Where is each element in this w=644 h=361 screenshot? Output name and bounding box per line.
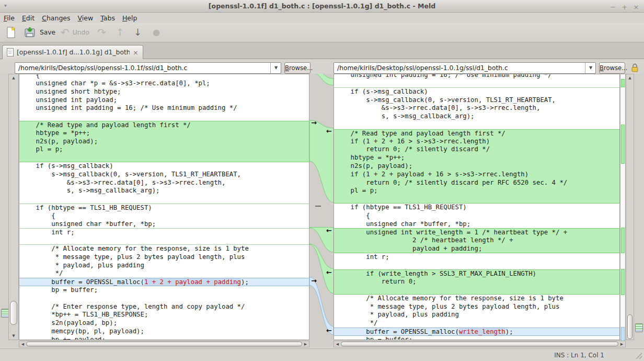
scroll-left-icon[interactable]: ◀	[334, 341, 341, 347]
toolbar: Save ↶ Undo ↷ ↑ ↓ ●	[0, 23, 644, 42]
right-vertical-scrollbar[interactable]: ▲ ▼	[626, 74, 634, 340]
menu-item-tabs[interactable]: Tabs	[97, 13, 119, 22]
code-line: unsigned int payload;	[19, 96, 309, 105]
left-edge-strip	[0, 74, 8, 347]
code-line: s->msg_callback(0, s->version, TLS1_RT_H…	[334, 96, 619, 105]
diff-merge-arrow[interactable]: ←	[325, 128, 334, 135]
code-line	[19, 154, 309, 162]
code-line: /* Allocate memory for the response, siz…	[19, 245, 309, 253]
code-line: if (s->msg_callback)	[334, 88, 619, 96]
diff-merge-arrow[interactable]: ←	[325, 269, 334, 276]
lock-icon[interactable]	[630, 63, 639, 75]
status-bar: INS : Ln 1, Col 1	[0, 348, 644, 361]
code-line	[19, 195, 309, 204]
new-comparison-button[interactable]	[4, 26, 18, 39]
menu-item-view[interactable]: View	[74, 13, 97, 22]
code-line: */	[334, 319, 619, 328]
code-line: /* Read type and payload length first */	[334, 129, 619, 138]
code-line: &s->s3->rrec.data[0], s->s3->rrec.length…	[19, 179, 309, 187]
next-difference-button[interactable]: ↓	[134, 26, 142, 39]
right-horizontal-scrollbar[interactable]: ◀ ▶	[334, 341, 626, 347]
code-line: payload + padding;	[334, 245, 619, 253]
code-line: {	[334, 212, 619, 220]
chevron-down-icon: ▼	[589, 65, 592, 70]
scroll-up-icon[interactable]: ▲	[9, 74, 18, 82]
code-line	[19, 236, 309, 245]
code-line: hbtype = *p++;	[19, 129, 309, 138]
code-line: */	[19, 269, 309, 278]
code-line: unsigned int write_length = 1 /* heartbe…	[334, 228, 619, 236]
scroll-down-icon[interactable]: ▼	[9, 332, 18, 340]
menu-item-changes[interactable]: Changes	[38, 13, 74, 22]
cursor-position-status: INS : Ln 1, Col 1	[554, 352, 604, 359]
code-line: buffer = OPENSSL_malloc(1 + 2 + payload …	[19, 278, 309, 286]
code-line: * payload, plus padding	[19, 262, 309, 270]
menu-item-file[interactable]: File	[0, 13, 18, 22]
left-path-dropdown[interactable]: ▼	[270, 63, 281, 73]
code-line: if (s->msg_callback)	[19, 162, 309, 171]
code-line: if (hbtype == TLS1_HB_REQUEST)	[19, 204, 309, 212]
right-code-pane[interactable]: unsigned int padding = 16; /* Use minimu…	[334, 74, 620, 340]
code-line: int r;	[334, 253, 619, 262]
tab-d1-both[interactable]: [openssl-1.0.1f] d...1.0.1g] d1_both.c ×	[2, 45, 143, 59]
diff-map-mark	[621, 79, 625, 87]
scrollbar-thumb[interactable]	[627, 314, 632, 339]
code-line: pl = p;	[334, 187, 619, 195]
undo-label: Undo	[73, 29, 89, 36]
diff-gutter	[309, 74, 334, 347]
menu-item-help[interactable]: Help	[119, 13, 141, 22]
right-path-input[interactable]	[334, 62, 596, 74]
code-line	[334, 286, 619, 295]
previous-difference-button[interactable]: ↑	[116, 26, 124, 39]
diff-merge-arrow[interactable]: ←	[325, 327, 334, 334]
code-line: * message type, plus 2 bytes payload len…	[334, 303, 619, 311]
diff-link-curves	[309, 74, 334, 347]
maximize-button[interactable]: +	[621, 3, 628, 11]
left-horizontal-scrollbar[interactable]: ◀ ▶	[19, 341, 309, 347]
empty-change-marker	[315, 206, 321, 207]
scroll-left-icon[interactable]: ◀	[19, 341, 26, 347]
title-bar: ▾ [openssl-1.0.1f] d1_both.c : [openssl-…	[0, 0, 644, 13]
code-line: unsigned int padding = 16; /* Use minimu…	[334, 74, 619, 80]
code-line: s, s->msg_callback_arg);	[19, 187, 309, 195]
code-line: &s->s3->rrec.data[0], s->s3->rrec.length…	[334, 104, 619, 112]
diff-map-mark	[621, 228, 625, 253]
left-vertical-scrollbar[interactable]: ▲ ▼	[8, 74, 19, 340]
scrollbar-thumb[interactable]	[10, 301, 17, 325]
scroll-right-icon[interactable]: ▶	[618, 341, 625, 347]
diff-merge-arrow[interactable]: →	[309, 277, 318, 285]
diff-map-mark	[621, 269, 625, 295]
tab-close-icon[interactable]: ×	[133, 49, 139, 57]
code-line: unsigned int padding = 16; /* Use minimu…	[19, 104, 309, 112]
code-line: unsigned char *p = &s->s3->rrec.data[0],…	[19, 80, 309, 88]
scrollbar-thumb[interactable]	[26, 342, 302, 346]
arrow-down-icon: ↓	[134, 26, 142, 39]
minimize-button[interactable]: −	[610, 3, 617, 11]
redo-button[interactable]: ↷	[97, 26, 106, 39]
code-line: unsigned char *buffer, *bp;	[334, 220, 619, 229]
scroll-up-icon[interactable]: ▲	[626, 74, 634, 82]
code-line: 2 /* heartbeat length */ +	[334, 236, 619, 245]
meld-window: { "window": { "title": "[openssl-1.0.1f]…	[0, 0, 644, 361]
left-path-input[interactable]	[15, 62, 281, 74]
save-button[interactable]: Save	[23, 26, 55, 39]
scroll-right-icon[interactable]: ▶	[302, 341, 309, 347]
browse-button-right[interactable]: Browse...	[599, 62, 625, 74]
resize-grip[interactable]	[636, 353, 642, 359]
browse-button-left[interactable]: Browse...	[284, 62, 310, 74]
right-path-dropdown[interactable]: ▼	[585, 63, 596, 73]
code-line: *bp++ = TLS1_HB_RESPONSE;	[19, 311, 309, 319]
menu-bar: FileEditChangesViewTabsHelp	[0, 13, 644, 23]
left-code-pane[interactable]: { unsigned char *p = &s->s3->rrec.data[0…	[19, 74, 309, 340]
scrollbar-thumb[interactable]	[341, 342, 618, 346]
tab-bar: [openssl-1.0.1f] d...1.0.1g] d1_both.c ×	[0, 42, 644, 59]
stop-button[interactable]: ●	[153, 26, 160, 39]
diff-merge-arrow[interactable]: →	[309, 119, 318, 127]
diff-merge-arrow[interactable]: ←	[325, 227, 334, 234]
menu-item-edit[interactable]: Edit	[18, 13, 38, 22]
undo-button[interactable]: ↶ Undo	[61, 26, 89, 39]
code-line: unsigned short hbtype;	[19, 88, 309, 96]
code-line: * payload, plus padding	[334, 311, 619, 319]
diff-map[interactable]	[620, 74, 626, 340]
close-button[interactable]: ×	[632, 3, 640, 11]
